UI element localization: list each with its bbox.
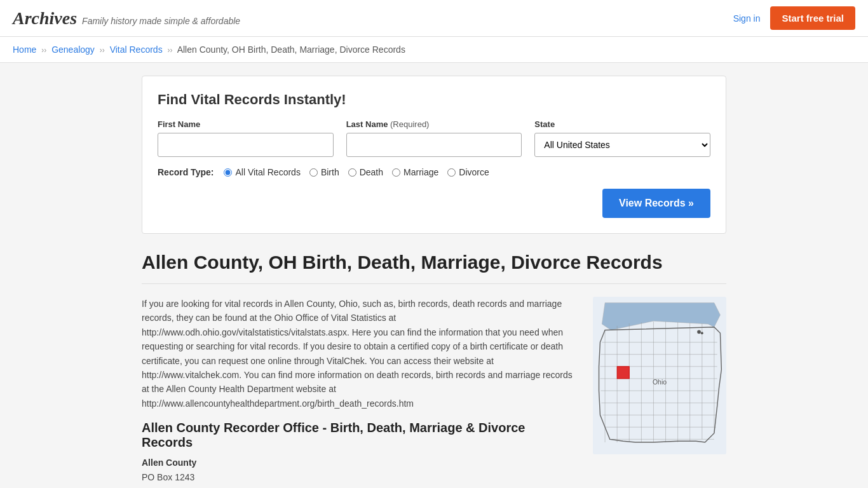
last-name-input[interactable] — [346, 133, 522, 157]
office-details: PO Box 1243 Lima, OH 45802 Hours of Oper… — [142, 470, 575, 488]
breadcrumb-vital-records[interactable]: Vital Records — [110, 44, 163, 55]
svg-text:Ohio: Ohio — [653, 379, 667, 386]
state-select[interactable]: All United States Ohio Alabama Alaska — [534, 133, 710, 157]
view-records-button[interactable]: View Records » — [602, 189, 710, 218]
ohio-map-area: Ohio — [593, 297, 726, 488]
signin-link[interactable]: Sign in — [733, 13, 761, 24]
ohio-map-svg: Ohio — [593, 297, 726, 454]
search-box: Find Vital Records Instantly! First Name… — [142, 76, 726, 234]
svg-point-21 — [697, 330, 701, 334]
radio-marriage[interactable]: Marriage — [392, 167, 438, 177]
content-text: If you are looking for vital records in … — [142, 297, 575, 488]
search-title: Find Vital Records Instantly! — [158, 92, 710, 108]
office-address-2: Lima, OH 45802 — [142, 485, 575, 488]
logo-text: Archives — [13, 8, 77, 29]
page-title: Allen County, OH Birth, Death, Marriage,… — [142, 252, 726, 273]
content-divider — [142, 283, 726, 284]
start-trial-button[interactable]: Start free trial — [770, 6, 855, 30]
search-fields: First Name Last Name (Required) State Al… — [158, 119, 710, 157]
breadcrumb-sep-3: ›› — [168, 46, 173, 55]
site-header: Archives Family history made simple & af… — [0, 0, 868, 37]
last-name-label: Last Name (Required) — [346, 119, 522, 129]
record-type-label: Record Type: — [158, 167, 214, 177]
breadcrumb-home[interactable]: Home — [13, 44, 36, 55]
radio-divorce[interactable]: Divorce — [447, 167, 489, 177]
first-name-label: First Name — [158, 119, 334, 129]
section-title: Allen County Recorder Office - Birth, De… — [142, 421, 575, 450]
radio-death[interactable]: Death — [348, 167, 383, 177]
record-type-row: Record Type: All Vital Records Birth Dea… — [158, 167, 710, 177]
first-name-group: First Name — [158, 119, 334, 157]
state-group: State All United States Ohio Alabama Ala… — [534, 119, 710, 157]
body-paragraph: If you are looking for vital records in … — [142, 297, 575, 410]
search-btn-row: View Records » — [158, 189, 710, 218]
radio-birth[interactable]: Birth — [309, 167, 339, 177]
state-label: State — [534, 119, 710, 129]
first-name-input[interactable] — [158, 133, 334, 157]
breadcrumb: Home ›› Genealogy ›› Vital Records ›› Al… — [0, 37, 868, 63]
main-content: Find Vital Records Instantly! First Name… — [129, 63, 739, 488]
last-name-group: Last Name (Required) — [346, 119, 522, 157]
radio-group: All Vital Records Birth Death Marriage D… — [224, 167, 489, 177]
office-address-1: PO Box 1243 — [142, 470, 575, 485]
breadcrumb-sep-1: ›› — [41, 46, 46, 55]
radio-all-vital[interactable]: All Vital Records — [224, 167, 300, 177]
breadcrumb-genealogy[interactable]: Genealogy — [51, 44, 95, 55]
breadcrumb-current: Allen County, OH Birth, Death, Marriage,… — [177, 44, 405, 55]
breadcrumb-sep-2: ›› — [100, 46, 105, 55]
svg-point-22 — [701, 332, 703, 334]
header-actions: Sign in Start free trial — [733, 6, 855, 30]
content-area: If you are looking for vital records in … — [142, 297, 726, 488]
logo-tagline: Family history made simple & affordable — [82, 16, 240, 26]
svg-rect-20 — [617, 367, 629, 379]
logo-area: Archives Family history made simple & af… — [13, 8, 240, 29]
office-name: Allen County — [142, 458, 575, 468]
